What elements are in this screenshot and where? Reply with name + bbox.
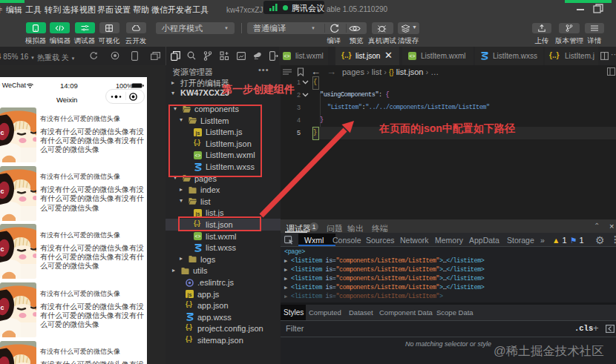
svg-text:js: js	[187, 292, 192, 298]
svg-text:<>: <>	[284, 54, 290, 59]
svg-text:<>: <>	[195, 234, 201, 239]
svg-text:<>: <>	[410, 54, 416, 59]
